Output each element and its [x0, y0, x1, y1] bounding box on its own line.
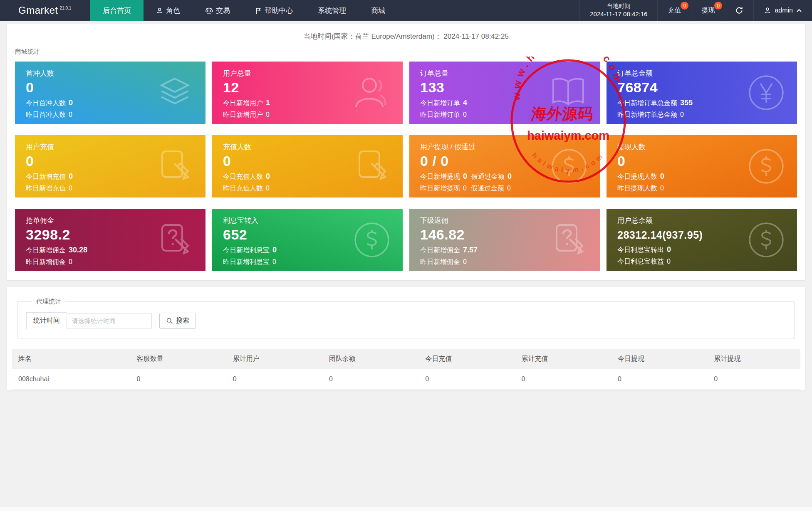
- stat-line-value: 0: [463, 185, 467, 192]
- stat-line-value: 0: [508, 172, 512, 180]
- stat-line-label: 今日新增佣金: [26, 247, 66, 254]
- book-icon: [547, 72, 589, 114]
- nav-item-label: 商城: [371, 6, 385, 15]
- stat-line-label: 昨日新增佣金: [26, 258, 66, 265]
- dollar-icon: [746, 220, 786, 260]
- nav-menu: 后台首页 角色 交易 帮助中心 系统管理 商城: [90, 0, 579, 21]
- stat-card-interest-transfer-in: 利息宝转入 652 今日新增利息宝0昨日新增利息宝0: [212, 209, 403, 271]
- refresh-icon: [735, 6, 743, 15]
- top-nav: Gmarket 21.0.1 后台首页 角色 交易 帮助中心 系统管理 商城 当…: [0, 0, 812, 21]
- user-menu[interactable]: admin: [753, 0, 812, 21]
- stat-card-user-withdraw-fakepass: 用户提现 / 假通过 0 / 0 今日新增提现0假通过金额0昨日新增提现0假通过…: [409, 135, 600, 197]
- stat-line-value: 7.57: [463, 246, 478, 254]
- stat-card-total-order-amount: 订单总金额 76874 今日新增订单总金额355昨日新增订单总金额0: [607, 62, 797, 124]
- stat-line-label: 昨日新增提现: [420, 185, 460, 192]
- stat-line-value: 0: [660, 185, 664, 192]
- stat-time-input[interactable]: [67, 313, 152, 328]
- stat-card-total-users: 用户总量 12 今日新增用户1昨日新增用户0: [212, 62, 403, 124]
- agent-stats-legend: 代理统计: [32, 298, 65, 306]
- stat-line-label: 今日新增用户: [223, 99, 263, 106]
- stat-line-label: 假通过金额: [471, 173, 505, 180]
- agent-stats-fieldset: 代理统计 统计时间 搜索: [17, 298, 795, 339]
- table-header-cell: 累计充值: [515, 349, 611, 369]
- stat-card-grab-commission: 抢单佣金 3298.2 今日新增佣金30.28昨日新增佣金0: [15, 209, 205, 271]
- stat-line-label: 昨日首冲人数: [26, 111, 66, 118]
- username: admin: [775, 7, 793, 14]
- user-icon: [350, 72, 392, 114]
- stat-time-label: 统计时间: [26, 312, 67, 329]
- nav-item-system[interactable]: 系统管理: [305, 0, 359, 21]
- nav-item-label: 帮助中心: [265, 6, 293, 15]
- stat-line-value: 4: [463, 99, 467, 107]
- stat-line-label: 昨日新增用户: [223, 111, 263, 118]
- table-row: 008chuhai0000000: [12, 369, 800, 390]
- yen-icon: [746, 73, 786, 113]
- dollar-icon: [549, 146, 589, 186]
- stat-card-first-charge-users: 首冲人数 0 今日首冲人数0昨日首冲人数0: [15, 62, 205, 124]
- table-header-cell: 客服数量: [130, 349, 226, 369]
- nav-item-mall[interactable]: 商城: [359, 0, 398, 21]
- nav-item-label: 角色: [166, 6, 180, 15]
- brand-name: Gmarket: [18, 5, 58, 16]
- table-header-cell: 累计用户: [226, 349, 322, 369]
- table-header-cell: 今日提现: [611, 349, 707, 369]
- nav-item-dashboard[interactable]: 后台首页: [90, 0, 144, 21]
- chevron-up-icon: [796, 8, 802, 12]
- stat-line-label: 今日新增订单总金额: [617, 99, 677, 106]
- stat-line-value: 0: [507, 185, 511, 192]
- table-cell: 0: [130, 369, 226, 390]
- stat-line-label: 今日新增充值: [26, 173, 66, 180]
- table-header-cell: 今日充值: [418, 349, 515, 369]
- nav-item-trade[interactable]: 交易: [193, 0, 243, 21]
- scales-icon: [205, 7, 213, 14]
- stat-line-value: 0: [680, 111, 684, 118]
- stat-line-label: 今日首冲人数: [26, 99, 66, 106]
- dollar-icon: [746, 146, 786, 186]
- agent-table: 姓名客服数量累计用户团队余额今日充值累计充值今日提现累计提现 008chuhai…: [12, 349, 800, 390]
- table-cell: 0: [418, 369, 515, 390]
- table-cell: 0: [515, 369, 611, 390]
- search-button[interactable]: 搜索: [159, 313, 196, 329]
- table-cell: 0: [611, 369, 707, 390]
- recharge-label: 充值: [668, 6, 681, 15]
- stat-line-label: 昨日新增订单总金额: [617, 111, 677, 118]
- dollar-icon: [352, 220, 392, 260]
- stat-card-sub-rebate: 下级返佣 146.82 今日新增佣金7.57昨日新增佣金0: [409, 209, 600, 271]
- stat-line-value: 0: [463, 258, 467, 265]
- stat-line-label: 今日充值人数: [223, 173, 263, 180]
- stat-line-value: 355: [680, 99, 693, 107]
- refresh-button[interactable]: [725, 0, 753, 21]
- stat-line-value: 0: [69, 111, 72, 118]
- recharge-nav-button[interactable]: 充值 0: [657, 0, 691, 21]
- stat-line-value: 0: [667, 245, 671, 254]
- table-cell: 0: [226, 369, 322, 390]
- stat-line-label: 今日新增订单: [420, 99, 460, 106]
- stat-line-value: 0: [272, 258, 276, 265]
- stat-line-value: 0: [660, 172, 664, 180]
- search-icon: [166, 317, 173, 324]
- flag-icon: [255, 7, 262, 14]
- table-header-cell: 姓名: [12, 349, 130, 369]
- layers-icon: [155, 73, 195, 113]
- question-edit-icon: [549, 220, 589, 260]
- nav-item-help-center[interactable]: 帮助中心: [243, 0, 305, 21]
- stat-line-label: 今日提现人数: [617, 173, 657, 180]
- withdraw-nav-button[interactable]: 提现 0: [691, 0, 725, 21]
- brand-logo[interactable]: Gmarket 21.0.1: [0, 0, 90, 21]
- stat-card-recharge-users: 充值人数 0 今日充值人数0昨日充值人数0: [212, 135, 403, 197]
- table-body: 008chuhai0000000: [12, 369, 800, 390]
- table-header-cell: 累计提现: [707, 349, 800, 369]
- stat-line-value: 0: [69, 258, 72, 265]
- brand-version: 21.0.1: [60, 6, 72, 10]
- stat-line-value: 0: [266, 111, 270, 118]
- search-button-label: 搜索: [176, 316, 189, 325]
- nav-item-roles[interactable]: 角色: [144, 0, 193, 21]
- stat-line-label: 今日新增利息宝: [223, 247, 270, 254]
- table-cell: 008chuhai: [12, 369, 130, 390]
- stat-card-user-total-balance: 用户总余额 28312.14(937.95) 今日利息宝转出0今日利息宝收益0: [607, 209, 797, 271]
- person-icon: [156, 7, 163, 14]
- local-time-block: 当地时间 2024-11-17 08:42:16: [579, 0, 657, 21]
- edit-icon: [352, 146, 392, 186]
- recharge-badge: 0: [681, 2, 688, 10]
- stat-line-value: 0: [69, 99, 73, 107]
